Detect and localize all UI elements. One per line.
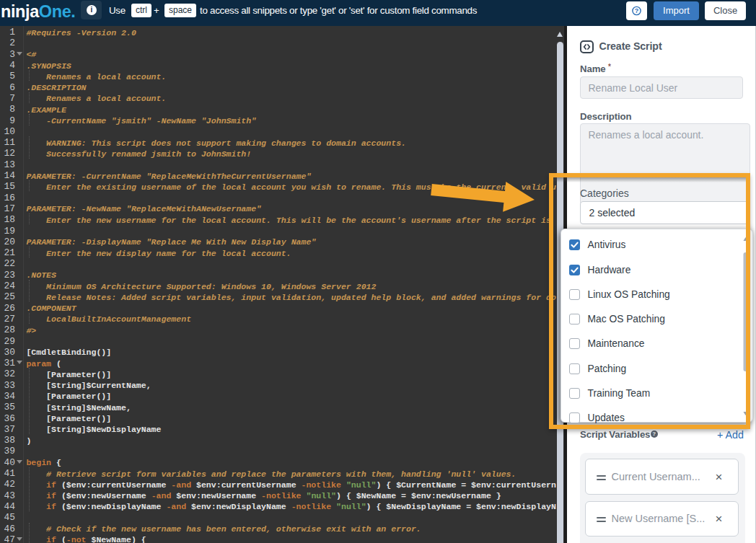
svg-text:?: ? xyxy=(635,7,639,14)
